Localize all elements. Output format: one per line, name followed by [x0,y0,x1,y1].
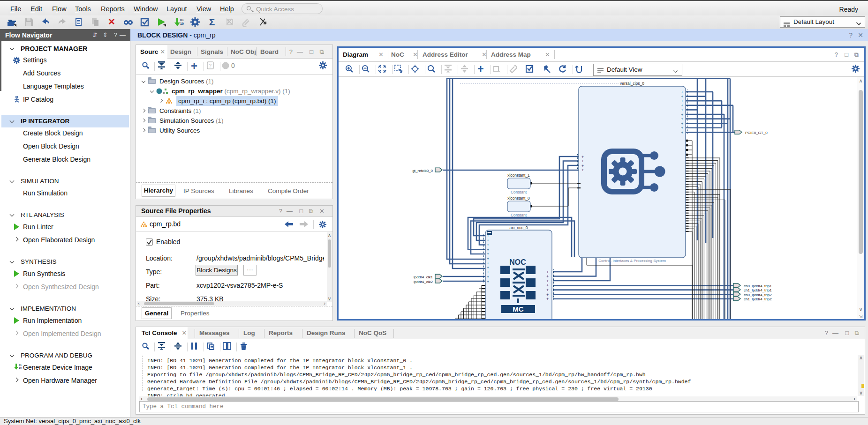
svg-text:+: + [546,274,549,279]
svg-text:+: + [546,297,549,301]
svg-text:+: + [681,94,683,99]
svg-text:xlconstant_1: xlconstant_1 [507,173,530,178]
svg-text:+: + [487,252,489,256]
svg-text:10: 10 [180,22,184,25]
svg-text:+: + [487,275,489,279]
svg-text:MC: MC [513,305,523,313]
svg-text:+: + [581,168,584,172]
svg-text:+: + [487,234,489,239]
svg-text:+: + [487,270,489,275]
svg-text:ch0_lpddr4_trip1: ch0_lpddr4_trip1 [744,284,772,288]
svg-text:gt_refclk0_0: gt_refclk0_0 [412,169,433,173]
svg-text:+: + [546,288,549,292]
svg-text:+: + [487,243,489,247]
svg-text:+: + [487,247,489,252]
svg-text:+: + [487,238,489,243]
svg-text:PCIE0_GT_0: PCIE0_GT_0 [745,131,768,135]
svg-text:+: + [681,126,683,130]
svg-text:0: 0 [231,62,235,69]
svg-text:+: + [546,270,549,275]
svg-text:ch1_lpddr4_trip1: ch1_lpddr4_trip1 [744,288,772,292]
svg-text:+: + [681,99,683,104]
svg-text:+: + [487,261,489,266]
svg-text:ch0_lpddr4_trip2: ch0_lpddr4_trip2 [744,293,772,297]
svg-text:axi_noc_0: axi_noc_0 [510,225,528,230]
svg-text:+: + [546,292,549,297]
svg-text:versal_cips_0: versal_cips_0 [620,81,644,86]
svg-text:Control, Interfaces & Processi: Control, Interfaces & Processing System [598,259,666,263]
svg-text:+: + [681,103,683,108]
svg-text:NOC: NOC [509,258,526,266]
svg-text:+: + [581,155,584,159]
svg-text:+: + [581,159,584,164]
svg-text:lpddr4_clk1: lpddr4_clk1 [414,275,433,279]
svg-text:+: + [681,130,683,135]
svg-text:+: + [681,112,683,117]
svg-text:xlconstant_0: xlconstant_0 [507,196,530,201]
svg-text:+: + [681,121,683,126]
svg-text:+: + [487,265,489,270]
svg-text:+: + [681,117,683,121]
svg-text:+: + [581,164,584,168]
svg-text:10: 10 [19,366,22,369]
svg-text:Constant: Constant [511,190,527,194]
svg-text:Constant: Constant [511,213,527,217]
svg-text:+: + [487,279,489,284]
svg-text:+: + [546,279,549,283]
svg-text:+: + [546,283,549,288]
svg-text:+: + [681,90,683,95]
svg-text:lpddr4_clk2: lpddr4_clk2 [414,280,433,284]
svg-text:+: + [487,256,489,261]
svg-text:01: 01 [180,18,184,22]
svg-text:?: ? [209,63,211,68]
svg-text:ch1_lpddr4_trip2: ch1_lpddr4_trip2 [744,297,772,301]
svg-text:+: + [681,108,683,112]
